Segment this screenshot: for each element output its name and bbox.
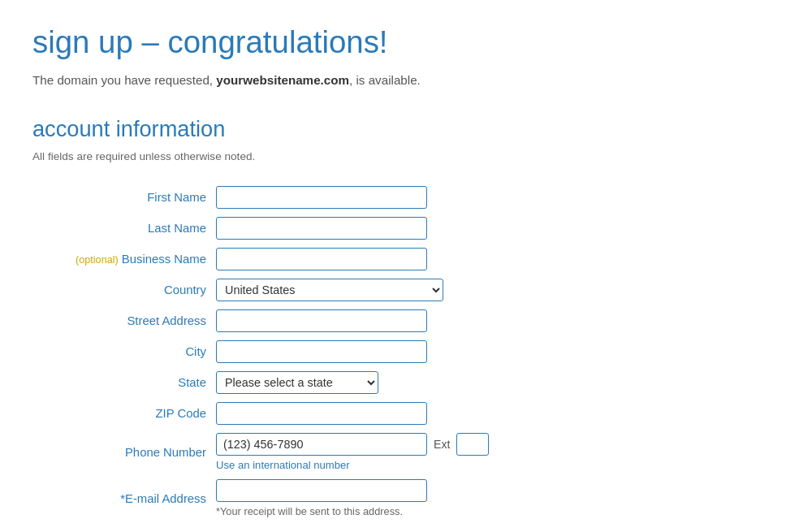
domain-message-prefix: The domain you have requested, (32, 73, 216, 87)
domain-name: yourwebsitename.com (216, 73, 349, 87)
phone-row-group: Ext (216, 433, 775, 456)
domain-message-suffix: , is available. (349, 73, 421, 87)
city-input[interactable] (216, 340, 427, 363)
zip-row: ZIP Code (32, 398, 780, 429)
domain-message: The domain you have requested, yourwebsi… (32, 73, 780, 87)
email-label: *E-mail Address (32, 475, 211, 521)
last-name-row: Last Name (32, 213, 780, 244)
city-row: City (32, 336, 780, 367)
street-address-row: Street Address (32, 305, 780, 336)
receipt-note: *Your receipt will be sent to this addre… (216, 505, 775, 517)
state-cell: Please select a state Alabama Alaska Ari… (211, 367, 780, 398)
state-select[interactable]: Please select a state Alabama Alaska Ari… (216, 371, 378, 394)
business-name-cell (211, 244, 780, 275)
last-name-label: Last Name (32, 213, 211, 244)
email-row: *E-mail Address *Your receipt will be se… (32, 475, 780, 521)
international-number-link[interactable]: Use an international number (216, 459, 775, 471)
section-title: account information (32, 116, 780, 142)
zip-input[interactable] (216, 402, 427, 425)
first-name-input[interactable] (216, 186, 427, 209)
country-row: Country United States Canada United King… (32, 275, 780, 305)
phone-label: Phone Number (32, 429, 211, 475)
email-input[interactable] (216, 479, 427, 502)
first-name-label: First Name (32, 182, 211, 213)
city-cell (211, 336, 780, 367)
ext-input[interactable] (456, 433, 489, 456)
state-label: State (32, 367, 211, 398)
last-name-cell (211, 213, 780, 244)
phone-cell: Ext Use an international number (211, 429, 780, 475)
zip-label: ZIP Code (32, 398, 211, 429)
zip-cell (211, 398, 780, 429)
business-name-label: (optional) Business Name (32, 244, 211, 275)
account-form: First Name Last Name (optional) Business… (32, 182, 780, 521)
optional-label: (optional) (76, 254, 119, 266)
last-name-input[interactable] (216, 217, 427, 240)
first-name-cell (211, 182, 780, 213)
country-label: Country (32, 275, 211, 305)
page-title: sign up – congratulations! (32, 24, 780, 60)
state-row: State Please select a state Alabama Alas… (32, 367, 780, 398)
ext-label: Ext (434, 438, 450, 451)
business-name-label-text: Business Name (122, 253, 206, 266)
street-address-input[interactable] (216, 309, 427, 332)
country-select[interactable]: United States Canada United Kingdom Aust… (216, 279, 443, 301)
required-note: All fields are required unless otherwise… (32, 150, 780, 162)
phone-input[interactable] (216, 433, 427, 456)
business-name-input[interactable] (216, 248, 427, 270)
phone-row: Phone Number Ext Use an international nu… (32, 429, 780, 475)
street-address-label: Street Address (32, 305, 211, 336)
country-cell: United States Canada United Kingdom Aust… (211, 275, 780, 305)
street-address-cell (211, 305, 780, 336)
email-cell: *Your receipt will be sent to this addre… (211, 475, 780, 521)
city-label: City (32, 336, 211, 367)
business-name-row: (optional) Business Name (32, 244, 780, 275)
first-name-row: First Name (32, 182, 780, 213)
